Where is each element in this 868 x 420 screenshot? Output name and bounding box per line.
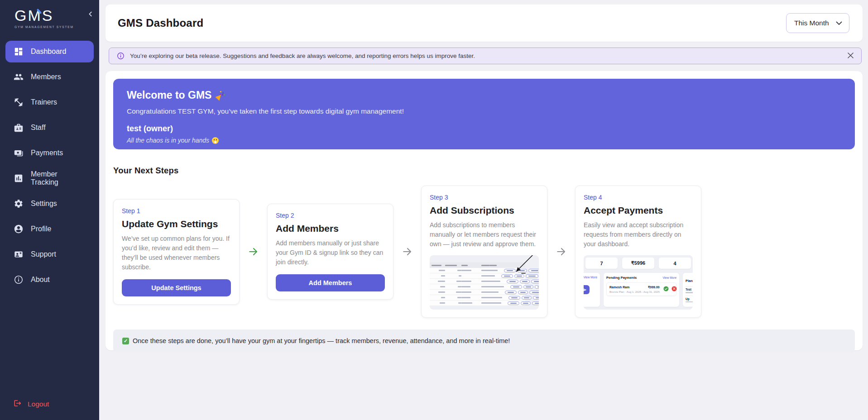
party-popper-emoji: 🎉 <box>215 91 225 100</box>
sidebar-nav: Dashboard Members Trainers Staff Payment… <box>0 41 99 399</box>
view-more-link: View More <box>662 276 676 279</box>
plan-item: Test <box>686 286 693 293</box>
send-button-icon <box>584 285 590 294</box>
badge-icon <box>13 122 24 133</box>
sweat-smile-emoji: 😅 <box>212 137 219 144</box>
step-label: Step 1 <box>122 207 231 215</box>
plan-item: Up <box>686 296 693 303</box>
step-description: Add subscriptions to members manually or… <box>430 220 539 249</box>
step-card-add-members: Step 2 Add Members Add members manually … <box>267 204 393 300</box>
completion-note: ✅ Once these steps are done, you’ll have… <box>113 329 855 352</box>
step-title: Update Gym Settings <box>122 219 231 229</box>
sidebar: GMS GYM MANAGEMENT SYSTEM Dashboard Memb… <box>0 0 99 420</box>
reject-x-icon <box>671 285 677 293</box>
sidebar-item-support[interactable]: Support <box>5 243 94 265</box>
step-card-accept-payments: Step 4 Accept Payments Easily view and a… <box>575 186 701 318</box>
welcome-user: test (owner) <box>127 124 841 134</box>
step-title: Add Subscriptions <box>430 205 539 216</box>
next-steps-heading: Your Next Steps <box>113 166 855 176</box>
payments-preview-screenshot: 7 ₹5996 4 View More <box>584 255 693 310</box>
welcome-subtitle: Congratulations TEST GYM, you’ve taken t… <box>127 107 841 115</box>
sidebar-collapse-button[interactable] <box>87 11 94 19</box>
sidebar-item-settings[interactable]: Settings <box>5 193 94 215</box>
info-icon <box>117 52 125 60</box>
payments-preview-dashboard: 7 ₹5996 4 View More <box>584 255 693 310</box>
sidebar-item-staff[interactable]: Staff <box>5 117 94 138</box>
sidebar-item-trainers[interactable]: Trainers <box>5 91 94 113</box>
sidebar-item-payments[interactable]: Payments <box>5 142 94 164</box>
sidebar-item-about[interactable]: About <box>5 269 94 291</box>
preview-left-panel: View More <box>584 273 600 307</box>
step-title: Add Members <box>276 223 385 234</box>
step-description: We’ve set up common plans for you. If yo… <box>122 234 231 272</box>
info-icon <box>13 274 24 285</box>
dashboard-card: Welcome to GMS 🎉 Congratulations TEST GY… <box>106 71 863 350</box>
logo-title: GMS <box>14 7 53 24</box>
dashboard-icon <box>13 46 24 57</box>
step-title: Accept Payments <box>584 205 693 216</box>
bar-chart-icon <box>13 173 24 184</box>
header: GMS Dashboard This Month <box>106 5 863 42</box>
arrow-right-icon <box>547 246 575 258</box>
view-more-link: View More <box>584 276 597 279</box>
step-label: Step 4 <box>584 194 693 201</box>
step-description: Add members manually or just share your … <box>276 239 385 267</box>
period-selector-value: This Month <box>794 19 829 27</box>
sidebar-item-dashboard[interactable]: Dashboard <box>5 41 94 62</box>
preview-stats-row: 7 ₹5996 4 <box>584 258 693 269</box>
support-icon <box>13 249 24 260</box>
step-card-update-gym-settings: Step 1 Update Gym Settings We’ve set up … <box>113 199 240 305</box>
chevron-left-icon <box>87 12 94 19</box>
gear-icon <box>13 198 24 209</box>
main-content: GMS Dashboard This Month You’re explorin… <box>99 0 868 420</box>
welcome-card: Welcome to GMS 🎉 Congratulations TEST GY… <box>113 79 855 149</box>
payments-icon <box>13 148 24 158</box>
steps-row: Step 1 Update Gym Settings We’ve set up … <box>113 186 855 318</box>
logout-icon <box>14 399 22 409</box>
logo-subtitle: GYM MANAGEMENT SYSTEM <box>14 25 93 29</box>
logout-button[interactable]: Logout <box>0 399 99 420</box>
gms-logo: GMS <box>14 7 93 24</box>
preview-stat: ₹5996 <box>622 258 654 269</box>
step-description: Easily view and accept subscription requ… <box>584 220 693 249</box>
logo-area: GMS GYM MANAGEMENT SYSTEM <box>0 0 99 39</box>
sidebar-item-member-tracking[interactable]: Member Tracking <box>5 167 94 189</box>
check-mark-emoji: ✅ <box>122 338 129 344</box>
update-settings-button[interactable]: Update Settings <box>122 279 231 296</box>
preview-plans-panel: Plans Ex Test Up <box>683 273 693 307</box>
step-label: Step 2 <box>276 212 385 219</box>
preview-stat: 7 <box>585 258 618 269</box>
preview-pending-payments-panel: Pending Payments View More Ramesh Ram ₹9… <box>604 273 679 307</box>
welcome-title: Welcome to GMS 🎉 <box>127 89 841 101</box>
approve-check-icon <box>663 285 669 293</box>
arrow-right-icon <box>393 246 421 258</box>
step-label: Step 3 <box>430 194 539 201</box>
add-members-button[interactable]: Add Members <box>276 274 385 291</box>
arrow-right-icon <box>240 246 267 258</box>
members-icon <box>13 72 24 82</box>
pending-payments-title: Pending Payments <box>606 276 637 280</box>
preview-stat: 4 <box>659 258 691 269</box>
payment-details: Bronze Plan · Aug 1, 2025 - Aug 31, 2025 <box>609 291 660 293</box>
annotation-arrow-icon <box>495 255 537 277</box>
page-title: GMS Dashboard <box>118 17 203 29</box>
sidebar-item-profile[interactable]: Profile <box>5 218 94 240</box>
plans-panel-title: Plans Ex <box>686 279 693 283</box>
banner-text: You’re exploring our beta release. Sugge… <box>130 52 475 59</box>
completion-note-text: Once these steps are done, you’ll have y… <box>133 337 510 344</box>
welcome-tagline: All the chaos is in your hands 😅 <box>127 137 841 144</box>
payer-name: Ramesh Ram <box>609 286 629 289</box>
pending-payment-entry: Ramesh Ram ₹999.00 Bronze Plan · Aug 1, … <box>606 282 676 296</box>
banner-close-button[interactable] <box>848 52 854 60</box>
period-selector[interactable]: This Month <box>786 13 849 33</box>
sidebar-item-members[interactable]: Members <box>5 66 94 88</box>
chevron-down-icon <box>836 19 842 27</box>
subscriptions-preview-screenshot <box>430 255 539 310</box>
dumbbell-icon <box>13 97 24 108</box>
beta-banner: You’re exploring our beta release. Sugge… <box>109 48 862 64</box>
close-icon <box>848 52 854 60</box>
preview-panels-row: View More Pending Payments View More <box>584 273 693 307</box>
profile-icon <box>13 224 24 234</box>
payment-amount: ₹999.00 <box>648 286 660 289</box>
step-card-add-subscriptions: Step 3 Add Subscriptions Add subscriptio… <box>421 186 547 318</box>
